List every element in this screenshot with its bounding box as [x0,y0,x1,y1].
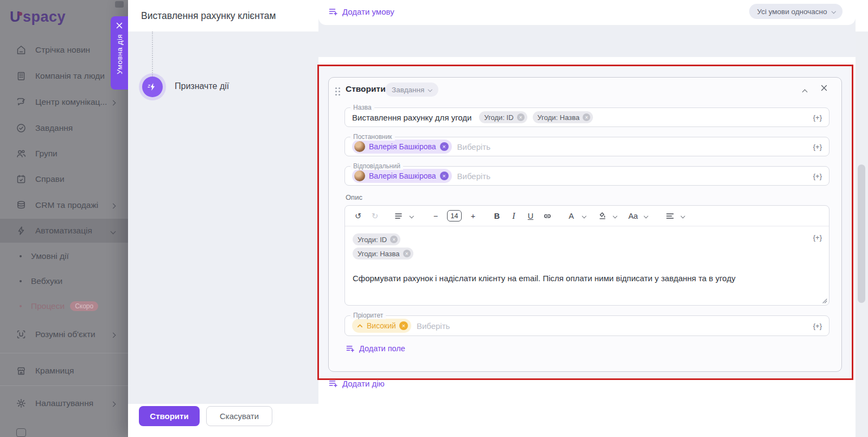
italic-button[interactable]: I [508,210,519,223]
drag-handle-icon[interactable] [335,87,341,97]
description-label: Опис [346,193,362,201]
task-name-field[interactable]: Назва Виставлення рахунку для угоди Угод… [344,107,829,127]
people-icon [15,148,27,160]
text-case-button[interactable]: Aa [628,210,639,223]
line-spacing-icon[interactable] [393,210,404,223]
close-icon[interactable] [115,21,124,30]
variable-chip[interactable]: Угоди: Назва× [353,248,413,259]
variable-chip[interactable]: Угоди: ID× [479,111,527,123]
add-field-link[interactable]: Додати поле [346,344,405,353]
person-name: Валерія Башкірова [369,172,436,180]
editor-toolbar: ↺ ↻ − 14 + B I U A [345,206,829,226]
remove-chip-icon[interactable]: × [583,113,590,121]
highlight-color-icon[interactable] [597,210,608,223]
sidebar-item-label: Компанія та люди [35,71,105,81]
link-icon[interactable] [542,210,553,223]
hidden-icon [115,1,124,8]
bullet-icon [20,280,22,282]
initiator-label: Постановник [350,133,395,141]
sidebar-item-label: Вебхуки [31,276,62,286]
scrollbar-track[interactable] [856,31,868,437]
uspacy-logo[interactable]: Uspacy [10,9,66,26]
variable-chip[interactable]: Угоди: Назва× [533,111,593,123]
resize-handle-icon[interactable] [821,297,827,303]
insert-variable-button[interactable]: {+} [813,233,822,242]
assign-actions-node[interactable] [142,77,163,97]
insert-variable-button[interactable]: {+} [813,113,822,122]
scrollbar-thumb[interactable] [858,164,865,303]
sidebar-item-communication-center[interactable]: Центр комунікац... [0,90,128,114]
insert-variable-button[interactable]: {+} [813,143,822,151]
chevron-down-icon[interactable] [406,210,417,223]
sidebar-item-store[interactable]: Крамниця [0,359,128,383]
undo-icon[interactable]: ↺ [353,210,363,223]
underline-button[interactable]: U [525,210,536,223]
chevron-right-icon [111,330,115,339]
chat-icon [15,96,27,108]
remove-chip-icon[interactable]: × [399,321,408,330]
sidebar-divider [0,353,128,353]
sidebar-item-news-feed[interactable]: Стрічка новин [0,38,128,62]
action-title: Створити [346,84,386,94]
priority-chip[interactable]: Високий × [352,319,411,333]
responsible-field[interactable]: Відповідальний Валерія Башкірова× Вибері… [344,166,829,186]
collapse-card-button[interactable] [803,86,807,96]
remove-chip-icon[interactable]: × [517,113,525,121]
responsible-label: Відповідальний [350,162,403,170]
chevron-down-icon[interactable] [641,210,652,223]
sidebar-item-company-people[interactable]: Компанія та люди [0,64,128,88]
sidebar-item-label: Групи [35,149,58,159]
logo-dot [18,12,22,16]
sidebar-item-settings[interactable]: Налаштування [0,391,128,415]
conditional-action-tab[interactable]: Умовна дія [111,16,128,90]
sidebar-item-label: Процеси [31,301,65,311]
sidebar-item-tasks[interactable]: Завдання [0,116,128,140]
remove-chip-icon[interactable]: × [440,172,449,180]
conditions-mode-select[interactable]: Усі умови одночасно [749,4,843,19]
chevron-down-icon[interactable] [579,210,590,223]
entity-type-select[interactable]: Завдання [385,83,438,97]
sidebar-item-activities[interactable]: Справи [0,167,128,191]
close-card-button[interactable] [820,84,828,92]
chevron-down-icon[interactable] [610,210,621,223]
decrease-font-button[interactable]: − [430,210,441,223]
sidebar-item-webhooks[interactable]: Вебхуки [0,269,128,293]
font-size-box[interactable]: 14 [447,210,462,223]
increase-font-button[interactable]: + [468,210,478,223]
person-chip[interactable]: Валерія Башкірова× [352,140,452,154]
initiator-field[interactable]: Постановник Валерія Башкірова× Виберіть … [344,137,829,156]
sidebar-item-groups[interactable]: Групи [0,142,128,166]
insert-variable-button[interactable]: {+} [813,172,822,180]
variable-chip[interactable]: Угоди: ID× [353,233,400,245]
conditions-mode-value: Усі умови одночасно [757,8,827,16]
cancel-button[interactable]: Скасувати [206,406,272,426]
bold-button[interactable]: B [492,210,502,223]
remove-chip-icon[interactable]: × [390,236,398,243]
add-condition-link[interactable]: Додати умову [328,7,394,16]
lightning-speed-icon [147,81,158,92]
editor-body[interactable]: Угоди: ID× Угоди: Назва× Сформувати раху… [345,226,829,305]
chevron-down-icon[interactable] [678,210,688,223]
chevron-right-icon [111,97,115,107]
sidebar-item-crm[interactable]: CRM та продажі [0,193,128,217]
priority-label: Пріоритет [350,312,386,319]
person-chip[interactable]: Валерія Башкірова× [352,169,452,183]
sidebar-item-conditional-actions[interactable]: Умовні дії [0,244,128,268]
bullet-icon [20,255,22,257]
sidebar-item-smart-objects[interactable]: Розумні об'єкти [0,322,128,346]
remove-chip-icon[interactable]: × [440,142,449,151]
remove-chip-icon[interactable]: × [403,250,411,257]
sidebar-item-label: Крамниця [35,366,74,376]
sidebar-item-automation[interactable]: Автоматизація [0,219,128,243]
create-button[interactable]: Створити [139,406,200,426]
redo-icon[interactable]: ↻ [369,210,380,223]
description-editor[interactable]: ↺ ↻ − 14 + B I U A [344,205,829,306]
insert-variable-button[interactable]: {+} [813,322,822,330]
align-icon[interactable] [665,210,675,223]
sidebar-divider [0,385,128,386]
sidebar-item-label: Автоматизація [35,226,92,236]
priority-field[interactable]: Пріоритет Високий × Виберіть {+} [344,315,829,336]
bullet-icon [20,305,22,307]
variable-chip-label: Угоди: ID [358,236,387,244]
font-color-button[interactable]: A [566,210,577,223]
